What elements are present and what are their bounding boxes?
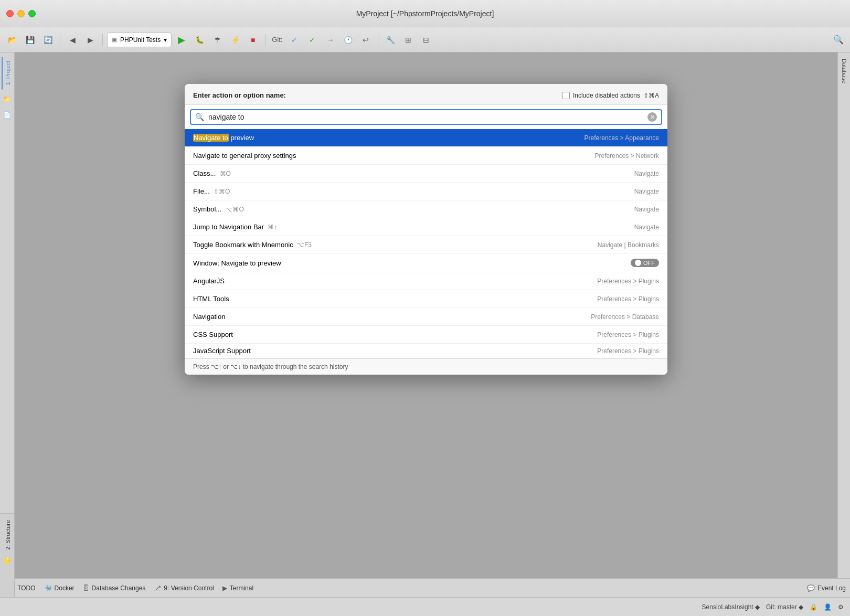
clear-search-button[interactable]: ✕: [647, 112, 657, 122]
version-control-panel-button[interactable]: ⎇ 9: Version Control: [154, 585, 214, 592]
run-button[interactable]: ▶: [174, 33, 189, 47]
result-highlight: Navigate to: [193, 134, 229, 142]
settings-status[interactable]: ⚙: [838, 603, 844, 611]
settings-button[interactable]: 🔧: [382, 33, 398, 47]
result-item[interactable]: Toggle Bookmark with Mnemonic ⌥F3 Naviga…: [185, 236, 667, 254]
result-item[interactable]: File... ⇧⌘O Navigate: [185, 183, 667, 200]
include-disabled-checkbox-area[interactable]: Include disabled actions ⇧⌘A: [562, 92, 659, 99]
search-input[interactable]: [208, 113, 643, 121]
save-button[interactable]: 💾: [22, 33, 38, 47]
result-item[interactable]: Navigation Preferences > Database: [185, 308, 667, 326]
debug-button[interactable]: 🐛: [192, 33, 207, 47]
lock-status[interactable]: 🔒: [810, 603, 817, 611]
result-item[interactable]: Symbol... ⌥⌘O Navigate: [185, 200, 667, 218]
result-name: File... ⇧⌘O: [193, 187, 634, 195]
result-item[interactable]: Jump to Navigation Bar ⌘↑ Navigate: [185, 218, 667, 236]
search-everywhere-button[interactable]: 🔍: [831, 33, 846, 47]
window-title: MyProject [~/PhpstormProjects/MyProject]: [356, 9, 494, 18]
result-item[interactable]: AngularJS Preferences > Plugins: [185, 272, 667, 290]
back-button[interactable]: ◀: [65, 33, 80, 47]
git-branch-label: Git: master ◆: [766, 603, 803, 611]
footer-hint: Press ⌥↑ or ⌥↓ to navigate through the s…: [193, 363, 348, 370]
search-icon: 🔍: [195, 113, 204, 121]
terminal-label: Terminal: [230, 585, 253, 592]
result-name: CSS Support: [193, 331, 597, 338]
git-status[interactable]: Git: master ◆: [766, 603, 803, 611]
bookmark-icon[interactable]: ⭐: [3, 556, 12, 565]
action-search-modal: Enter action or option name: Include dis…: [185, 84, 667, 375]
terminal-panel-button[interactable]: ▶ Terminal: [222, 585, 253, 592]
git-history-button[interactable]: 🕐: [340, 33, 356, 47]
sidebar-item-database[interactable]: Database: [841, 57, 847, 86]
sidebar-item-project[interactable]: 1: Project: [2, 57, 13, 89]
result-category: Navigate: [634, 188, 659, 195]
modal-footer: Press ⌥↑ or ⌥↓ to navigate through the s…: [185, 358, 667, 375]
result-category: Navigate: [634, 170, 659, 177]
close-button[interactable]: [6, 10, 14, 17]
left-bottom-panel: 2: Structure ⭐: [0, 513, 15, 597]
layout-button[interactable]: ⊞: [400, 33, 416, 47]
git-update-button[interactable]: ✓: [286, 33, 302, 47]
search-box[interactable]: 🔍 ✕: [190, 109, 662, 125]
modal-title: Enter action or option name:: [193, 91, 286, 99]
traffic-lights: [6, 10, 36, 17]
bottom-bar: ≡ 6: TODO 🐳 Docker 🗄 Database Changes ⎇ …: [0, 578, 850, 597]
event-log-button[interactable]: 💬 Event Log: [807, 585, 846, 592]
event-log-icon: 💬: [807, 585, 815, 592]
result-item[interactable]: HTML Tools Preferences > Plugins: [185, 290, 667, 308]
result-item[interactable]: Class... ⌘O Navigate: [185, 165, 667, 183]
coverage-button[interactable]: ☂: [209, 33, 225, 47]
sensio-status[interactable]: SensioLabsInsight ◆: [702, 603, 760, 611]
results-list: Navigate to preview Preferences > Appear…: [185, 129, 667, 358]
user-status[interactable]: 👤: [824, 603, 832, 611]
git-revert-button[interactable]: ↩: [358, 33, 374, 47]
vc-label: 9: Version Control: [164, 585, 214, 592]
git-commit-button[interactable]: ✓: [304, 33, 320, 47]
docker-icon: 🐳: [44, 585, 52, 592]
modal-header: Enter action or option name: Include dis…: [185, 84, 667, 105]
user-icon: 👤: [824, 603, 832, 611]
result-item[interactable]: Window: Navigate to preview OFF: [185, 254, 667, 272]
git-push-button[interactable]: →: [322, 33, 338, 47]
run-config-name: PHPUnit Tests: [120, 36, 161, 44]
git-label: Git:: [270, 36, 284, 44]
forward-button[interactable]: ▶: [82, 33, 98, 47]
result-name: Navigation: [193, 313, 591, 321]
result-name: HTML Tools: [193, 295, 597, 303]
result-item[interactable]: CSS Support Preferences > Plugins: [185, 326, 667, 344]
folder-icon[interactable]: 📁: [2, 93, 13, 105]
profile-button[interactable]: ⚡: [227, 33, 243, 47]
file-icon[interactable]: 📄: [2, 109, 13, 121]
sidebar-item-structure[interactable]: 2: Structure: [2, 516, 13, 554]
db-changes-panel-button[interactable]: 🗄 Database Changes: [83, 585, 146, 592]
run-configuration-selector[interactable]: ▣ PHPUnit Tests ▾: [107, 33, 172, 47]
toggle-off-badge[interactable]: OFF: [631, 259, 659, 267]
result-item[interactable]: JavaScript Support Preferences > Plugins: [185, 344, 667, 358]
result-category: Preferences > Plugins: [597, 278, 659, 285]
db-changes-icon: 🗄: [83, 585, 89, 592]
editor-area: Enter action or option name: Include dis…: [15, 52, 837, 578]
include-disabled-checkbox[interactable]: [562, 92, 570, 99]
result-item[interactable]: Navigate to general proxy settings Prefe…: [185, 147, 667, 165]
result-name: Symbol... ⌥⌘O: [193, 205, 634, 213]
maximize-button[interactable]: [28, 10, 36, 17]
toggle-dot: [635, 260, 641, 266]
result-category: Navigate: [634, 224, 659, 231]
result-name: Class... ⌘O: [193, 169, 634, 177]
result-item[interactable]: Navigate to preview Preferences > Appear…: [185, 129, 667, 147]
result-category: Preferences > Plugins: [597, 347, 659, 355]
docker-panel-button[interactable]: 🐳 Docker: [44, 585, 75, 592]
result-category: Preferences > Plugins: [597, 295, 659, 303]
extra-button[interactable]: ⊟: [418, 33, 434, 47]
separator-3: [265, 34, 265, 46]
chevron-down-icon: ▾: [164, 36, 167, 44]
sync-button[interactable]: 🔄: [40, 33, 56, 47]
open-folder-button[interactable]: 📂: [4, 33, 20, 47]
result-name: Window: Navigate to preview: [193, 259, 631, 267]
result-name: Toggle Bookmark with Mnemonic ⌥F3: [193, 241, 598, 249]
include-disabled-shortcut: ⇧⌘A: [643, 92, 659, 99]
minimize-button[interactable]: [17, 10, 25, 17]
result-category: Navigate: [634, 206, 659, 213]
stop-button[interactable]: ■: [245, 33, 261, 47]
result-category: Preferences > Network: [595, 152, 659, 160]
